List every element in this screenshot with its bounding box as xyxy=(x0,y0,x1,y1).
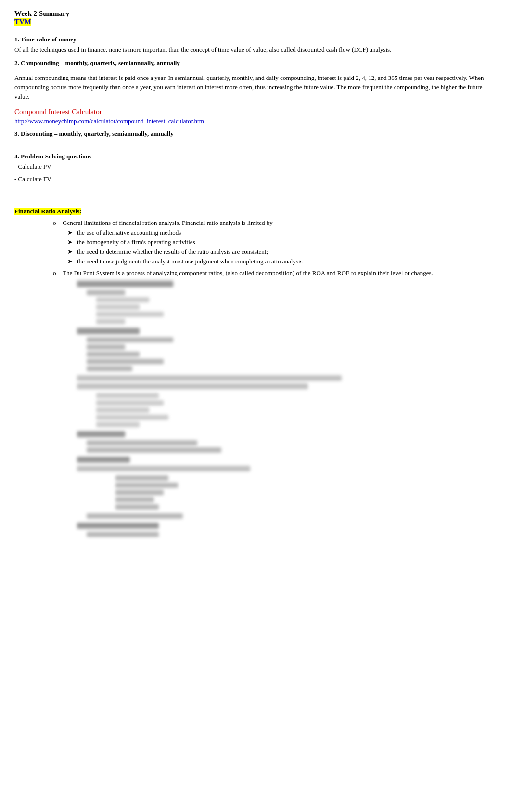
outer-bullet-2: o xyxy=(53,269,56,277)
inner-list-item-1-1: ➤ the use of alternative accounting meth… xyxy=(77,229,497,236)
section-discounting: 3. Discounting – monthly, quarterly, sem… xyxy=(14,130,497,138)
outer-bullet-1: o xyxy=(53,219,56,227)
inner-item-1-3-text: the need to determine whether the result… xyxy=(77,248,268,255)
inner-list-item-1-3: ➤ the need to determine whether the resu… xyxy=(77,248,497,256)
outer-list: o General limitations of financial ratio… xyxy=(63,219,497,277)
outer-list-item-1: o General limitations of financial ratio… xyxy=(63,219,497,265)
compound-interest-link[interactable]: http://www.moneychimp.com/calculator/com… xyxy=(14,118,497,125)
inner-list-item-1-4: ➤ the need to use judgment: the analyst … xyxy=(77,258,497,265)
financial-ratio-section: Financial Ratio Analysis: o General limi… xyxy=(14,200,497,537)
compounding-paragraph: Annual compounding means that interest i… xyxy=(14,73,497,102)
section-1-body: Of all the techniques used in finance, n… xyxy=(14,45,497,54)
inner-item-1-2-text: the homogeneity of a firm's operating ac… xyxy=(77,238,195,246)
problem-solving-fv: - Calculate FV xyxy=(14,174,497,184)
inner-bullet-1-1: ➤ xyxy=(67,229,73,236)
outer-item-1-text: General limitations of financial ration … xyxy=(63,219,273,226)
section-4-heading: 4. Problem Solving questions xyxy=(14,153,497,160)
tvm-label: TVM xyxy=(14,18,31,26)
compound-interest-section: Compound Interest Calculator http://www.… xyxy=(14,108,497,125)
inner-bullet-1-4: ➤ xyxy=(67,258,73,265)
compound-interest-heading: Compound Interest Calculator xyxy=(14,108,497,116)
section-3-heading: 3. Discounting – monthly, quarterly, sem… xyxy=(14,130,497,138)
inner-list-1: ➤ the use of alternative accounting meth… xyxy=(77,229,497,265)
inner-list-item-1-2: ➤ the homogeneity of a firm's operating … xyxy=(77,238,497,246)
financial-ratio-heading: Financial Ratio Analysis: xyxy=(14,208,81,215)
inner-bullet-1-3: ➤ xyxy=(67,248,73,256)
week2-title: Week 2 Summary xyxy=(14,10,497,18)
inner-item-1-4-text: the need to use judgment: the analyst mu… xyxy=(77,258,303,265)
inner-bullet-1-2: ➤ xyxy=(67,238,73,246)
outer-item-2-text: The Du Pont System is a process of analy… xyxy=(63,269,433,276)
section-2-heading: 2. Compounding – monthly, quarterly, sem… xyxy=(14,59,497,67)
section-1-heading: 1. Time value of money xyxy=(14,36,497,43)
blurred-content xyxy=(77,281,497,537)
section-problem-solving: 4. Problem Solving questions - Calculate… xyxy=(14,153,497,183)
outer-list-item-2: o The Du Pont System is a process of ana… xyxy=(63,269,497,277)
inner-item-1-1-text: the use of alternative accounting method… xyxy=(77,229,181,236)
page-header: Week 2 Summary TVM xyxy=(14,10,497,31)
section-tvm: 1. Time value of money Of all the techni… xyxy=(14,36,497,101)
problem-solving-pv: - Calculate PV xyxy=(14,162,497,171)
